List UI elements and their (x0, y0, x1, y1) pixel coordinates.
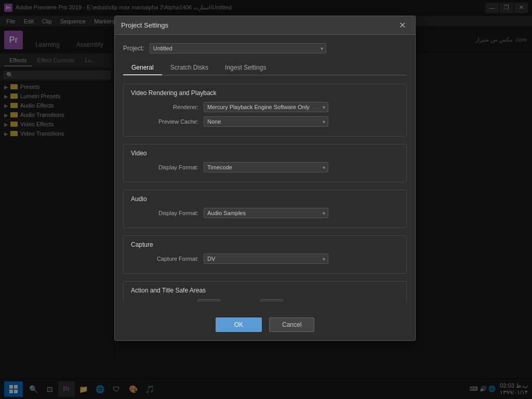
title-safe-v-input[interactable] (260, 299, 283, 302)
capture-format-wrap: DV (204, 254, 328, 264)
title-safe-percent-v-label: % vertical (287, 301, 312, 302)
video-display-format-row: Display Format: Timecode (131, 162, 399, 172)
dialog-body: Project: Untitled General Scratch Disks … (115, 35, 415, 310)
audio-display-format-wrap: Audio Samples (204, 208, 328, 218)
video-display-format-select[interactable]: Timecode (204, 162, 328, 172)
dialog-footer: OK Cancel (115, 310, 415, 340)
video-display-format-wrap: Timecode (204, 162, 328, 172)
project-row: Project: Untitled (123, 43, 407, 54)
section-capture: Capture Capture Format: DV (123, 235, 407, 274)
capture-format-label: Capture Format: (131, 256, 198, 262)
section-title-video: Video (131, 150, 399, 157)
dialog-tab-general[interactable]: General (123, 61, 162, 75)
dialog-tab-ingest-settings[interactable]: Ingest Settings (217, 61, 274, 75)
preview-cache-select[interactable]: None (204, 116, 328, 127)
section-safe-areas: Action and Title Safe Areas Title Safe A… (123, 281, 407, 302)
section-title-video-rendering: Video Rendering and Playback (131, 89, 399, 97)
dialog-close-button[interactable]: ✕ (396, 19, 409, 31)
renderer-select-wrap: Mercury Playback Engine Software Only (204, 102, 328, 112)
capture-format-row: Capture Format: DV (131, 254, 399, 264)
audio-display-format-select[interactable]: Audio Samples (204, 208, 328, 218)
preview-cache-row: Preview Cache: None (131, 116, 399, 127)
title-safe-label: Title Safe Area (131, 301, 188, 302)
project-select-wrap: Untitled (150, 43, 326, 54)
title-safe-percent-h-label: % horizontal (224, 301, 256, 302)
audio-display-format-label: Display Format: (131, 210, 198, 216)
preview-cache-select-wrap: None (204, 116, 328, 127)
section-video-rendering: Video Rendering and Playback Renderer: M… (123, 84, 407, 137)
title-safe-h-input[interactable] (197, 299, 220, 302)
section-audio: Audio Display Format: Audio Samples (123, 190, 407, 228)
renderer-label: Renderer: (131, 104, 198, 110)
section-title-safe-areas: Action and Title Safe Areas (131, 287, 399, 294)
audio-display-format-row: Display Format: Audio Samples (131, 208, 399, 218)
section-title-capture: Capture (131, 241, 399, 248)
project-settings-dialog: Project Settings ✕ Project: Untitled Gen… (114, 16, 416, 341)
capture-format-select[interactable]: DV (204, 254, 328, 264)
video-display-format-label: Display Format: (131, 164, 198, 170)
renderer-select[interactable]: Mercury Playback Engine Software Only (204, 102, 328, 112)
dialog-tabs: General Scratch Disks Ingest Settings (123, 61, 407, 75)
tab-content-general: Video Rendering and Playback Renderer: M… (123, 84, 407, 302)
cancel-button[interactable]: Cancel (269, 317, 314, 332)
dialog-title: Project Settings (121, 21, 396, 29)
project-select[interactable]: Untitled (150, 43, 326, 54)
renderer-row: Renderer: Mercury Playback Engine Softwa… (131, 102, 399, 112)
ok-button[interactable]: OK (216, 317, 262, 332)
project-label: Project: (123, 45, 144, 52)
dialog-tab-scratch-disks[interactable]: Scratch Disks (162, 61, 217, 75)
title-safe-area-row: Title Safe Area % horizontal % vertical (131, 299, 399, 302)
preview-cache-label: Preview Cache: (131, 118, 198, 125)
section-title-audio: Audio (131, 195, 399, 203)
section-video: Video Display Format: Timecode (123, 144, 407, 182)
dialog-title-bar: Project Settings ✕ (115, 16, 415, 35)
